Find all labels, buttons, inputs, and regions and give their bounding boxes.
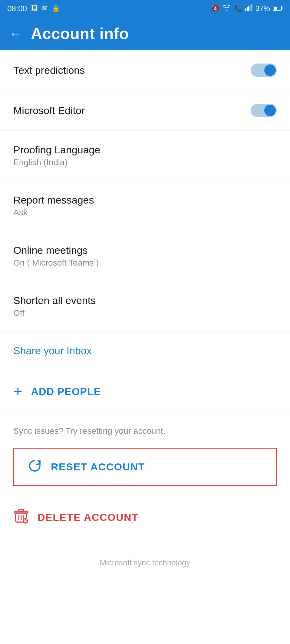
footer-text: Microsoft sync technology bbox=[100, 558, 190, 567]
reset-icon bbox=[27, 458, 42, 476]
microsoft-editor-label: Microsoft Editor bbox=[13, 105, 85, 116]
battery-icon bbox=[273, 4, 283, 13]
mute-icon: 🔇 bbox=[211, 5, 219, 12]
reset-account-button[interactable]: RESET ACCOUNT bbox=[13, 448, 277, 486]
signal-icon bbox=[245, 4, 252, 13]
report-messages-subtitle: Ask bbox=[13, 208, 277, 217]
share-inbox-link[interactable]: Share your Inbox bbox=[13, 345, 92, 356]
status-time: 08:00 bbox=[7, 4, 27, 13]
share-inbox-row[interactable]: Share your Inbox bbox=[0, 332, 290, 370]
email-status-icon: ✉ bbox=[42, 5, 48, 12]
text-predictions-toggle[interactable] bbox=[251, 64, 277, 77]
reset-account-label: RESET ACCOUNT bbox=[51, 461, 145, 473]
add-people-plus-icon: + bbox=[13, 384, 22, 399]
svg-rect-7 bbox=[282, 7, 282, 9]
sync-issues-row: Sync issues? Try resetting your account. bbox=[0, 413, 290, 445]
svg-rect-4 bbox=[251, 4, 252, 11]
online-meetings-row[interactable]: Online meetings On ( Microsoft Teams ) bbox=[0, 231, 290, 281]
toggle-track-2 bbox=[251, 104, 277, 117]
text-predictions-title: Text predictions bbox=[13, 64, 85, 76]
svg-rect-3 bbox=[250, 5, 251, 11]
back-button[interactable]: ← bbox=[9, 27, 22, 40]
online-meetings-subtitle: On ( Microsoft Teams ) bbox=[13, 258, 277, 268]
toggle-thumb-2 bbox=[264, 105, 276, 116]
delete-account-row[interactable]: DELETE ACCOUNT bbox=[0, 499, 290, 540]
add-people-label: ADD PEOPLE bbox=[31, 386, 101, 397]
page-title: Account info bbox=[31, 25, 129, 43]
lock-icon: 🔒 bbox=[52, 5, 60, 12]
delete-account-label: DELETE ACCOUNT bbox=[38, 512, 138, 523]
svg-rect-1 bbox=[247, 7, 248, 11]
status-left: 08:00 🖼 ✉ 🔒 bbox=[7, 4, 60, 13]
reset-account-section: RESET ACCOUNT bbox=[0, 445, 290, 499]
text-predictions-label: Text predictions bbox=[13, 64, 85, 76]
battery-percent: 37% bbox=[255, 4, 270, 13]
microsoft-editor-toggle[interactable] bbox=[251, 104, 277, 117]
svg-rect-10 bbox=[19, 509, 24, 511]
microsoft-editor-title: Microsoft Editor bbox=[13, 105, 85, 116]
microsoft-editor-row: Microsoft Editor bbox=[0, 90, 290, 131]
proofing-language-row[interactable]: Proofing Language English (India) bbox=[0, 131, 290, 181]
sync-issues-text: Sync issues? Try resetting your account. bbox=[13, 426, 166, 436]
shorten-events-row[interactable]: Shorten all events Off bbox=[0, 281, 290, 332]
svg-rect-6 bbox=[274, 7, 277, 10]
wifi-icon bbox=[222, 4, 231, 13]
svg-rect-2 bbox=[248, 6, 249, 11]
content: Text predictions Microsoft Editor Proofi… bbox=[0, 50, 290, 540]
report-messages-title: Report messages bbox=[13, 194, 277, 206]
delete-icon bbox=[13, 508, 29, 527]
footer: Microsoft sync technology bbox=[0, 540, 290, 586]
online-meetings-title: Online meetings bbox=[13, 244, 277, 256]
toggle-thumb bbox=[264, 64, 276, 76]
report-messages-row[interactable]: Report messages Ask bbox=[0, 181, 290, 231]
toolbar: ← Account info bbox=[0, 17, 290, 50]
proofing-language-title: Proofing Language bbox=[13, 144, 277, 156]
shorten-events-subtitle: Off bbox=[13, 308, 277, 318]
status-right: 🔇 📞 37% bbox=[211, 4, 283, 13]
status-bar: 08:00 🖼 ✉ 🔒 🔇 📞 37% bbox=[0, 0, 290, 17]
proofing-language-subtitle: English (India) bbox=[13, 158, 277, 167]
toggle-track bbox=[251, 64, 277, 77]
text-predictions-row: Text predictions bbox=[0, 50, 290, 90]
svg-rect-0 bbox=[245, 8, 246, 11]
add-people-row[interactable]: + ADD PEOPLE bbox=[0, 370, 290, 413]
call-icon: 📞 bbox=[234, 5, 242, 12]
shorten-events-title: Shorten all events bbox=[13, 295, 277, 306]
photo-icon: 🖼 bbox=[31, 5, 38, 12]
